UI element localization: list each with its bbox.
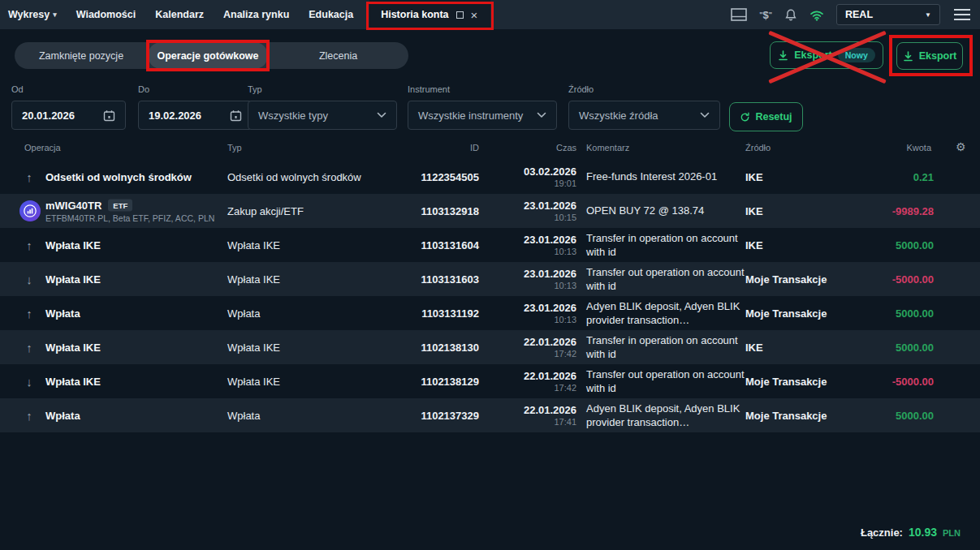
column-czas[interactable]: Czas — [503, 143, 576, 153]
instrument-select[interactable]: Wszystkie instrumenty — [408, 101, 557, 130]
instrument-select-value: Wszystkie instrumenty — [418, 110, 523, 122]
table-row[interactable]: ↓ Wpłata IKE Wpłata IKE 1102138129 22.01… — [0, 364, 980, 398]
filter-label: Instrument — [408, 84, 557, 94]
close-icon[interactable]: × — [471, 9, 478, 21]
total-currency: PLN — [943, 528, 961, 538]
column-id[interactable]: ID — [398, 143, 479, 153]
maximize-icon[interactable] — [456, 11, 464, 19]
time-value: 19:01 — [487, 178, 576, 188]
column-zrodlo[interactable]: Źródło — [745, 143, 771, 153]
direction-arrow-icon: ↓ — [21, 273, 37, 286]
menu-item-wykresy[interactable]: Wykresy ▾ — [0, 0, 67, 29]
operation-cell: Wpłata IKE — [45, 239, 220, 251]
window-tab-historia-konta[interactable]: Historia konta × — [369, 0, 490, 29]
operation-name: Wpłata IKE — [45, 273, 101, 286]
main-menu: Wykresy ▾ Wiadomości Kalendarz Analiza r… — [0, 0, 363, 29]
total-label: Łącznie: — [861, 526, 903, 539]
filter-label: Typ — [248, 84, 397, 94]
chevron-down-icon: ▼ — [925, 11, 931, 19]
type-select-value: Wszystkie typy — [258, 110, 328, 122]
instrument-subtitle: ETFBM40TR.PL, Beta ETF, PFIZ, ACC, PLN — [45, 213, 220, 223]
workspace-icon[interactable] — [731, 8, 747, 21]
column-komentarz[interactable]: Komentarz — [586, 143, 629, 153]
tab-zamkniete-pozycje[interactable]: Zamknięte pozycje — [15, 42, 148, 69]
instrument-type-badge: ETF — [108, 200, 132, 212]
id-cell: 1103131604 — [365, 239, 479, 251]
date-from-input[interactable]: 20.01.2026 — [11, 101, 126, 130]
source-cell: Moje Transakcje — [745, 410, 843, 422]
type-select[interactable]: Wszystkie typy — [248, 101, 397, 130]
download-icon — [778, 50, 788, 61]
chevron-down-icon: ▾ — [53, 11, 57, 19]
column-kwota[interactable]: Kwota — [853, 143, 931, 153]
direction-arrow-icon: ↑ — [21, 238, 37, 252]
chevron-down-icon — [537, 112, 546, 118]
column-typ[interactable]: Typ — [227, 143, 242, 153]
table-header: Operacja Typ ID Czas Komentarz Źródło Kw… — [0, 140, 980, 160]
operation-cell: Wpłata — [45, 410, 220, 422]
column-operacja[interactable]: Operacja — [24, 143, 61, 153]
table-row[interactable]: ↑ Wpłata IKE Wpłata IKE 1102138130 22.01… — [0, 330, 980, 364]
comment-cell: Adyen BLIK deposit, Adyen BLIK provider … — [586, 299, 745, 327]
notifications-icon[interactable] — [784, 8, 797, 22]
source-select[interactable]: Wszystkie źródła — [568, 101, 720, 130]
reset-label: Resetuj — [755, 111, 792, 122]
export-button[interactable]: Eksport — [896, 42, 963, 70]
menu-icon[interactable] — [952, 7, 972, 22]
export-legacy-label: Eksport — [794, 49, 832, 61]
menu-item-wiadomosci[interactable]: Wiadomości — [67, 0, 146, 29]
time-value: 10:13 — [487, 315, 576, 324]
date-value: 03.02.2026 — [487, 165, 576, 178]
reset-filters-button[interactable]: Resetuj — [729, 102, 803, 131]
account-selector-value: REAL — [845, 9, 873, 20]
date-to-input[interactable]: 19.02.2026 — [138, 101, 253, 130]
date-from-value: 20.01.2026 — [22, 110, 75, 122]
account-selector[interactable]: REAL ▼ — [836, 4, 940, 25]
connection-icon[interactable] — [809, 9, 824, 21]
calendar-icon[interactable] — [230, 110, 242, 122]
direction-arrow-icon: ↑ — [21, 409, 37, 423]
menu-item-edukacja[interactable]: Edukacja — [299, 0, 363, 29]
id-cell: 1102138129 — [365, 376, 479, 388]
table-body: ↑ Odsetki od wolnych środków Odsetki od … — [0, 160, 980, 432]
table-row[interactable]: ↓ Wpłata IKE Wpłata IKE 1103131603 23.01… — [0, 262, 980, 296]
time-value: 10:15 — [487, 213, 576, 222]
table-row[interactable]: mWIG40TR ETF ETFBM40TR.PL, Beta ETF, PFI… — [0, 194, 980, 228]
menu-item-label: Wykresy — [8, 9, 50, 20]
filter-type: Typ Wszystkie typy — [248, 84, 397, 130]
filter-source: Źródło Wszystkie źródła — [568, 84, 720, 130]
operation-name: Wpłata — [45, 410, 80, 422]
id-cell: 1103131192 — [365, 307, 479, 320]
tab-operacje-gotowkowe[interactable]: Operacje gotówkowe — [148, 42, 268, 69]
operation-cell: Wpłata — [45, 307, 220, 320]
table-row[interactable]: ↑ Wpłata Wpłata 1103131192 23.01.2026 10… — [0, 296, 980, 330]
amount-cell: -5000.00 — [844, 376, 934, 388]
calendar-icon[interactable] — [103, 110, 115, 122]
time-cell: 23.01.2026 10:13 — [487, 302, 576, 324]
date-value: 22.01.2026 — [487, 404, 576, 416]
total-value: 10.93 — [909, 526, 937, 539]
menu-item-analiza-rynku[interactable]: Analiza rynku — [214, 0, 299, 29]
export-button-legacy[interactable]: Eksport Nowy — [770, 41, 883, 69]
menu-item-kalendarz[interactable]: Kalendarz — [145, 0, 214, 29]
nowy-badge: Nowy — [838, 48, 875, 62]
top-navigation-bar: Wykresy ▾ Wiadomości Kalendarz Analiza r… — [0, 0, 980, 29]
topbar-right-controls: "$" REAL ▼ — [731, 0, 972, 29]
time-value: 17:42 — [487, 383, 576, 393]
amount-cell: 0.21 — [844, 171, 934, 183]
table-row[interactable]: ↑ Wpłata IKE Wpłata IKE 1103131604 23.01… — [0, 228, 980, 262]
quotes-icon[interactable]: "$" — [759, 9, 772, 21]
table-row[interactable]: ↑ Wpłata Wpłata 1102137329 22.01.2026 17… — [0, 398, 980, 432]
comment-cell: Transfer out operation on account with i… — [586, 367, 745, 395]
filter-date-from: Od 20.01.2026 — [11, 84, 126, 130]
operation-cell: mWIG40TR ETF ETFBM40TR.PL, Beta ETF, PFI… — [45, 200, 220, 223]
table-settings-gear-icon[interactable]: ⚙ — [956, 140, 966, 153]
table-row[interactable]: ↑ Odsetki od wolnych środków Odsetki od … — [0, 160, 980, 194]
date-to-value: 19.02.2026 — [149, 110, 201, 122]
tab-zlecenia[interactable]: Zlecenia — [268, 42, 408, 69]
source-cell: IKE — [745, 205, 843, 217]
time-value: 10:13 — [487, 247, 576, 256]
amount-cell: 5000.00 — [844, 410, 934, 422]
download-icon — [903, 51, 913, 62]
window-tab-label: Historia konta — [381, 9, 448, 20]
